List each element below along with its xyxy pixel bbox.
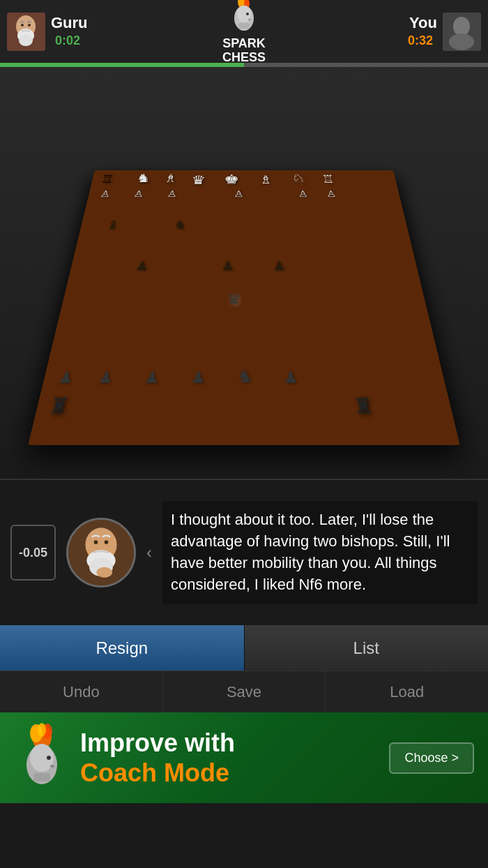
svg-point-13: [246, 13, 249, 15]
player1-info: Guru 0:02: [7, 13, 88, 51]
coach-subtitle: Coach Mode: [80, 758, 379, 788]
resign-button[interactable]: Resign: [0, 625, 245, 671]
svg-point-4: [19, 35, 33, 46]
coach-text-block: Improve with Coach Mode: [80, 728, 379, 788]
svg-point-34: [50, 765, 54, 768]
button-row-1: Resign List: [0, 625, 488, 671]
svg-point-29: [38, 723, 46, 737]
header: Guru 0:02 SPARK CHESS: [0, 0, 488, 63]
svg-point-17: [449, 33, 474, 50]
app-title: SPARK CHESS: [222, 37, 266, 65]
player1-name: Guru: [51, 14, 88, 32]
guru-portrait: [66, 518, 136, 588]
svg-point-5: [21, 24, 24, 27]
player2-timer: 0:32: [404, 32, 437, 50]
svg-point-14: [248, 18, 251, 20]
player2-name: You: [409, 14, 437, 32]
undo-button[interactable]: Undo: [0, 671, 163, 712]
button-row-2: Undo Save Load: [0, 671, 488, 712]
coach-knight-icon: [14, 723, 70, 793]
board-face: ♖ ♞ ♗ ♛ ♚ ♗ ♘ ♖ ♙ ♙ ♙ ♙ ♙ ♙: [42, 175, 446, 423]
player1-avatar: [7, 13, 45, 51]
load-button[interactable]: Load: [326, 671, 488, 712]
message-text: I thought about it too. Later, I'll lose…: [162, 501, 478, 604]
board-3d: ♖ ♞ ♗ ♛ ♚ ♗ ♘ ♖ ♙ ♙ ♙ ♙ ♙ ♙: [10, 88, 478, 472]
chevron-icon: ‹: [146, 543, 152, 562]
coach-banner[interactable]: Improve with Coach Mode Choose >: [0, 712, 488, 803]
coach-title: Improve with: [80, 728, 379, 758]
svg-point-6: [28, 24, 31, 27]
board-display: ♖ ♞ ♗ ♛ ♚ ♗ ♘ ♖ ♙ ♙ ♙ ♙ ♙ ♙: [0, 67, 488, 479]
player2-avatar: [443, 13, 481, 51]
svg-point-16: [453, 17, 470, 36]
score-box: -0.05: [10, 525, 56, 581]
bottom-controls: Resign List Undo Save Load: [0, 625, 488, 712]
chess-board-area[interactable]: ♖ ♞ ♗ ♛ ♚ ♗ ♘ ♖ ♙ ♙ ♙ ♙ ♙ ♙: [0, 67, 488, 479]
player1-timer: 0:02: [51, 32, 88, 50]
player2-info: You 0:32: [404, 13, 481, 51]
svg-point-24: [105, 540, 109, 544]
player2-details: You 0:32: [404, 14, 437, 50]
save-button[interactable]: Save: [163, 671, 326, 712]
list-button[interactable]: List: [245, 625, 489, 671]
svg-point-33: [47, 756, 51, 760]
svg-rect-32: [33, 773, 50, 781]
logo: SPARK CHESS: [222, 0, 266, 64]
coach-mode-button[interactable]: Choose >: [389, 742, 474, 774]
message-area: -0.05 ‹ I thought about it too. Later, I…: [0, 479, 488, 625]
svg-point-23: [94, 540, 98, 544]
svg-point-25: [96, 567, 112, 578]
player1-details: Guru 0:02: [51, 14, 88, 50]
svg-rect-12: [238, 23, 250, 29]
